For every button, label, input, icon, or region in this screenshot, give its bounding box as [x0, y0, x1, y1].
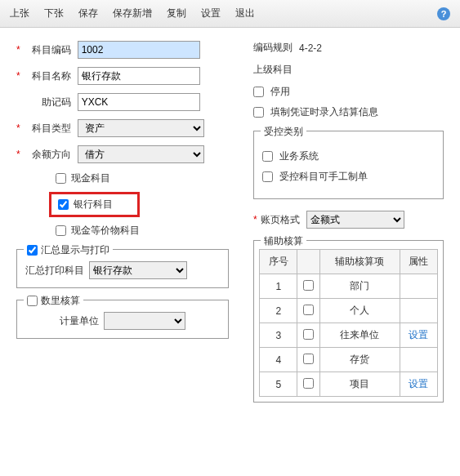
quantity-group-label: 数里核算: [41, 294, 80, 308]
tb-copy[interactable]: 复制: [167, 7, 186, 20]
biz-label: 业务系统: [279, 149, 319, 163]
controlled-group-label: 受控类别: [264, 125, 303, 139]
attr-link[interactable]: 设置: [409, 329, 428, 340]
mnemonic-label: 助记码: [24, 96, 71, 109]
tb-next[interactable]: 下张: [44, 7, 64, 20]
casheq-checkbox[interactable]: [56, 225, 66, 236]
cell-no: 1: [260, 274, 297, 299]
th-item: 辅助核算项: [320, 250, 400, 274]
parent-label: 上级科目: [253, 63, 293, 77]
fmt-label: 账页格式: [261, 213, 300, 227]
table-row: 1部门: [260, 274, 438, 299]
settle-label: 填制凭证时录入结算信息: [270, 105, 378, 119]
toolbar: 上张 下张 保存 保存新增 复制 设置 退出 ?: [0, 0, 460, 28]
settle-checkbox[interactable]: [253, 107, 264, 118]
tb-prev[interactable]: 上张: [10, 7, 29, 20]
dir-select[interactable]: 借方: [78, 145, 204, 163]
group-summary: 汇总显示与打印 汇总打印科目 银行存款: [16, 249, 229, 288]
row-checkbox[interactable]: [303, 329, 314, 340]
name-input[interactable]: [78, 67, 200, 85]
disable-label: 停用: [270, 85, 290, 99]
cell-no: 2: [260, 299, 297, 323]
rule-label: 编码规则: [253, 41, 293, 55]
code-input[interactable]: [78, 41, 200, 59]
code-label: 科目编码: [24, 43, 71, 57]
row-checkbox[interactable]: [303, 378, 314, 389]
biz-checkbox[interactable]: [262, 151, 273, 162]
th-no: 序号: [260, 250, 297, 274]
cell-no: 3: [260, 323, 297, 348]
row-checkbox[interactable]: [303, 280, 314, 291]
casheq-label: 现金等价物科目: [71, 224, 140, 238]
cash-label: 现金科目: [71, 171, 110, 185]
unit-label: 计量单位: [60, 314, 99, 328]
mnemonic-input[interactable]: [78, 93, 200, 111]
tb-save-new[interactable]: 保存新增: [113, 7, 152, 20]
name-label: 科目名称: [24, 69, 71, 83]
table-row: 3往来单位设置: [260, 323, 438, 348]
table-row: 4存货: [260, 348, 438, 372]
unit-select[interactable]: [104, 312, 185, 330]
rule-value: 4-2-2: [299, 42, 322, 54]
group-quantity: 数里核算 计量单位: [16, 300, 229, 339]
summary-group-label: 汇总显示与打印: [41, 243, 109, 257]
group-aux: 辅助核算 序号 辅助核算项 属性 1部门2个人3往来单位设置4存货5项目设置: [253, 240, 444, 403]
fmt-select[interactable]: 金额式: [306, 211, 404, 229]
cell-item: 个人: [320, 299, 400, 323]
attr-link[interactable]: 设置: [409, 378, 428, 389]
type-select[interactable]: 资产: [78, 119, 204, 137]
sum-print-label: 汇总打印科目: [25, 264, 84, 278]
cash-checkbox[interactable]: [56, 173, 66, 184]
cell-item: 部门: [320, 274, 400, 299]
sum-print-select[interactable]: 银行存款: [89, 261, 187, 279]
summary-toggle[interactable]: [27, 245, 38, 256]
cell-no: 4: [260, 348, 297, 372]
cell-no: 5: [260, 372, 297, 397]
table-row: 2个人: [260, 299, 438, 323]
bank-label: 银行科目: [74, 198, 113, 211]
tb-exit[interactable]: 退出: [235, 7, 255, 20]
cell-item: 项目: [320, 372, 400, 397]
disable-checkbox[interactable]: [253, 87, 264, 97]
required-mark: *: [16, 44, 20, 56]
manual-checkbox[interactable]: [262, 171, 273, 182]
table-row: 5项目设置: [260, 372, 438, 397]
help-icon[interactable]: ?: [437, 7, 450, 20]
cell-item: 往来单位: [320, 323, 400, 348]
aux-table: 序号 辅助核算项 属性 1部门2个人3往来单位设置4存货5项目设置: [259, 249, 438, 397]
bank-highlight-box: 银行科目: [49, 192, 140, 217]
th-attr: 属性: [400, 250, 437, 274]
row-checkbox[interactable]: [303, 354, 314, 364]
tb-settings[interactable]: 设置: [201, 7, 221, 20]
quantity-toggle[interactable]: [27, 296, 38, 306]
cell-item: 存货: [320, 348, 400, 372]
dir-label: 余额方向: [24, 148, 71, 162]
tb-save[interactable]: 保存: [78, 7, 98, 20]
aux-group-label: 辅助核算: [264, 234, 303, 248]
th-chk: [297, 250, 320, 274]
group-controlled: 受控类别 业务系统 受控科目可手工制单: [253, 131, 444, 199]
type-label: 科目类型: [24, 122, 71, 136]
manual-label: 受控科目可手工制单: [279, 170, 368, 184]
row-checkbox[interactable]: [303, 305, 314, 315]
bank-checkbox[interactable]: [58, 199, 69, 210]
